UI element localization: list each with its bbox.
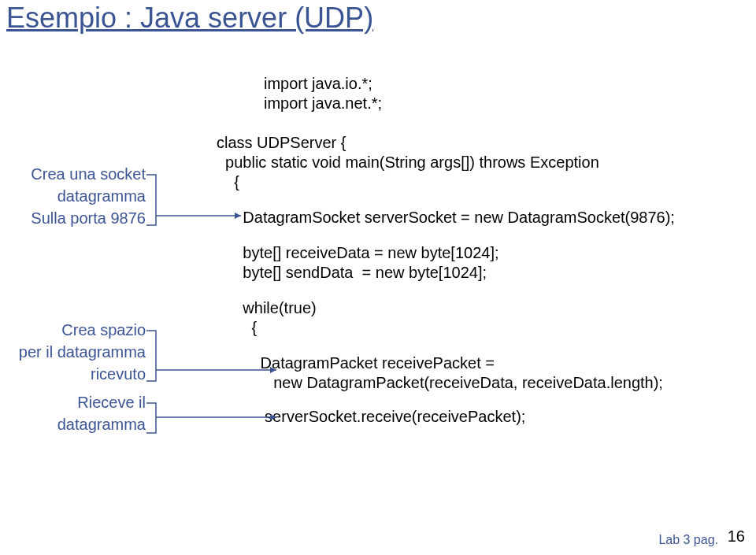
bracket-socket <box>146 168 257 239</box>
page-title: Esempio : Java server (UDP) <box>6 2 373 35</box>
bracket-receive <box>146 398 288 446</box>
annotation-socket-line1: Crea una socket <box>31 165 146 183</box>
svg-marker-4 <box>270 367 276 373</box>
code-line: public static void main(String args[]) t… <box>217 154 599 172</box>
code-line: DatagramSocket serverSocket = new Datagr… <box>217 209 675 227</box>
code-line: import java.io.*; <box>264 75 372 93</box>
bracket-space <box>146 324 288 395</box>
svg-marker-6 <box>270 414 276 420</box>
code-line: byte[] sendData = new byte[1024]; <box>217 264 487 282</box>
code-line: while(true) <box>217 299 317 317</box>
svg-marker-2 <box>235 213 241 219</box>
code-line: class UDPServer { <box>217 134 346 152</box>
annotation-socket-line3: Sulla porta 9876 <box>31 209 146 228</box>
annotation-space-line3: ricevuto <box>91 365 146 383</box>
footer-page-number: 16 <box>728 527 745 546</box>
footer-lab: Lab 3 pag. <box>658 533 718 547</box>
annotation-receive-line2: datagramma <box>57 416 146 434</box>
annotation-space-line1: Crea spazio <box>61 321 146 339</box>
code-line: import java.net.*; <box>264 94 382 113</box>
code-line: byte[] receiveData = new byte[1024]; <box>217 244 499 262</box>
annotation-socket-line2: datagramma <box>57 187 146 205</box>
annotation-space-line2: per il datagramma <box>19 343 146 361</box>
annotation-receive-line1: Rieceve il <box>77 394 146 412</box>
